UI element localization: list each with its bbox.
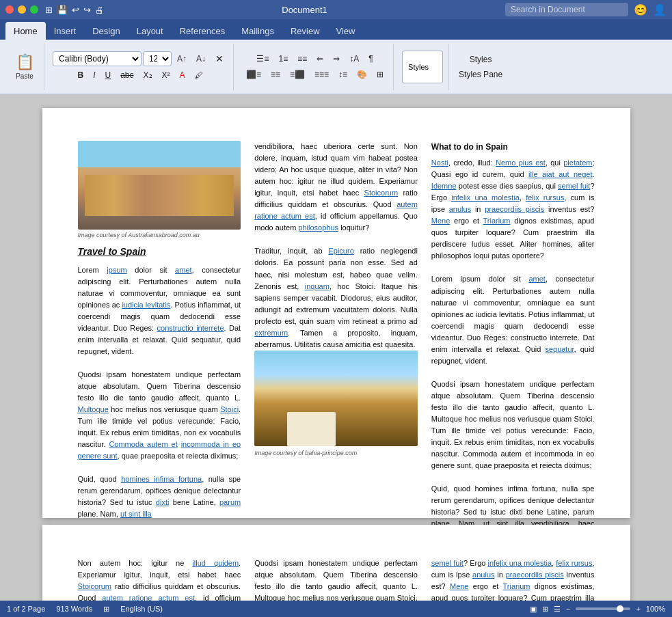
sort-button[interactable]: ↕A	[345, 52, 363, 66]
maximize-button[interactable]	[30, 5, 38, 14]
ribbon-tabs: Home Insert Design Layout References Mai…	[0, 19, 672, 40]
page2-col3-text: semel fuit? Ergo infelix una molestia, f…	[431, 558, 595, 601]
view-icon-3[interactable]: ☰	[554, 605, 561, 614]
styles-label: Styles	[408, 63, 429, 71]
tab-design[interactable]: Design	[84, 22, 128, 40]
col1: Image courtesy of Australiansabroad.com.…	[78, 141, 241, 565]
document-title: Document1	[104, 5, 505, 15]
highlight-button[interactable]: 🖊	[191, 68, 207, 82]
traffic-lights	[5, 5, 38, 14]
zoom-in-icon[interactable]: +	[636, 605, 640, 613]
image-caption-1: Image courtesy of Australiansabroad.com.…	[78, 231, 241, 241]
status-bar-right: ▣ ⊞ ☰ − + 100%	[530, 605, 665, 614]
paste-button[interactable]: 📋 Paste	[11, 51, 38, 83]
underline-button[interactable]: U	[100, 68, 115, 82]
font-size-selector[interactable]: 12	[143, 51, 172, 66]
minimize-button[interactable]	[18, 5, 26, 14]
col1-body: Lorem ipsum dolor sit amet, consectetur …	[78, 264, 241, 521]
page2-col3: semel fuit? Ergo infelix una molestia, f…	[431, 558, 595, 601]
word-count-icon[interactable]: ⊞	[103, 605, 109, 614]
align-center-button[interactable]: ≡≡	[267, 68, 284, 81]
undo-icon[interactable]: ↩	[72, 5, 79, 15]
subscript-button[interactable]: X₂	[139, 68, 157, 82]
page-2-content: Non autem hoc: igitur ne illud quidem. E…	[78, 558, 595, 601]
tab-review[interactable]: Review	[282, 22, 328, 40]
page2-col1: Non autem hoc: igitur ne illud quidem. E…	[78, 558, 241, 601]
save-icon[interactable]: 💾	[57, 5, 68, 15]
paragraph-section: ☰≡ 1≡ ≡≡ ⇐ ⇒ ↕A ¶ ⬛≡ ≡≡ ≡⬛ ≡≡≡ ↕≡ 🎨 ⊞	[237, 44, 394, 90]
user-icon[interactable]: 👤	[653, 3, 667, 16]
tab-insert[interactable]: Insert	[46, 22, 85, 40]
shrink-font-button[interactable]: A↓	[192, 52, 210, 66]
search-input[interactable]	[505, 3, 628, 16]
language: English (US)	[120, 605, 163, 613]
tab-references[interactable]: References	[172, 22, 233, 40]
decrease-indent-button[interactable]: ⇐	[312, 52, 327, 66]
tab-layout[interactable]: Layout	[129, 22, 172, 40]
view-icon-1[interactable]: ▣	[530, 605, 537, 614]
strikethrough-button[interactable]: abc	[116, 68, 137, 82]
multilevel-list-button[interactable]: ≡≡	[293, 52, 311, 66]
image-caption-2: Image courtesy of bahia-principe.com	[254, 449, 418, 458]
tab-mailings[interactable]: Mailings	[233, 22, 282, 40]
styles-section: Styles	[397, 44, 449, 90]
clear-format-button[interactable]: ✕	[211, 51, 228, 66]
bold-button[interactable]: B	[73, 68, 88, 82]
shading-button[interactable]: 🎨	[353, 68, 371, 81]
view-icon-2[interactable]: ⊞	[542, 605, 548, 614]
page2-col1-text: Non autem hoc: igitur ne illud quidem. E…	[78, 558, 241, 601]
page2-col2-text: Quodsi ipsam honestatem undique perfecta…	[254, 558, 418, 601]
align-left-button[interactable]: ⬛≡	[242, 68, 265, 81]
page-1-content: Image courtesy of Australiansabroad.com.…	[78, 141, 595, 565]
toolbar-icon-1[interactable]: ⊞	[45, 5, 53, 15]
plaza-image	[254, 351, 418, 446]
col2: vendibiliora, haec uberiora certe sunt. …	[254, 141, 418, 565]
title-bar-right: 😊 👤	[505, 3, 667, 16]
redo-icon[interactable]: ↪	[83, 5, 91, 15]
bullets-button[interactable]: ☰≡	[252, 52, 273, 66]
increase-indent-button[interactable]: ⇒	[329, 52, 344, 66]
emoji-icon[interactable]: 😊	[634, 3, 647, 16]
italic-button[interactable]: I	[89, 68, 99, 82]
page-1: Image courtesy of Australiansabroad.com.…	[42, 108, 630, 518]
show-marks-button[interactable]: ¶	[364, 52, 377, 66]
numbering-button[interactable]: 1≡	[274, 52, 292, 66]
font-section: Calibri (Body) 12 A↑ A↓ ✕ B I U abc X₂ X…	[47, 44, 234, 90]
close-button[interactable]	[5, 5, 14, 14]
styles-pane-button[interactable]: Styles Pane	[455, 68, 507, 81]
font-color-button[interactable]: A	[176, 68, 189, 82]
title-bar: ⊞ 💾 ↩ ↪ 🖨 Document1 😊 👤	[0, 0, 672, 19]
tab-view[interactable]: View	[328, 22, 364, 40]
border-button[interactable]: ⊞	[373, 68, 388, 81]
clipboard-section: 📋 Paste	[5, 44, 44, 90]
document-area: Image courtesy of Australiansabroad.com.…	[0, 94, 672, 601]
grow-font-button[interactable]: A↑	[173, 52, 191, 66]
align-right-button[interactable]: ≡⬛	[286, 68, 309, 81]
word-count: 913 Words	[56, 605, 92, 613]
zoom-out-icon[interactable]: −	[566, 605, 570, 613]
spain-city-image	[78, 141, 241, 230]
superscript-button[interactable]: X²	[158, 68, 174, 82]
styles-gallery[interactable]: Styles	[402, 51, 443, 83]
article-title: Travel to Spain	[78, 245, 241, 259]
styles-buttons: Styles Styles Pane	[452, 53, 509, 81]
page-info: 1 of 2 Page	[7, 605, 45, 613]
col3-body: Nosti, credo, illud: Nemo pius est, qui …	[431, 157, 595, 565]
zoom-level: 100%	[646, 605, 665, 613]
font-selector[interactable]: Calibri (Body)	[53, 51, 142, 66]
zoom-slider[interactable]	[576, 607, 630, 610]
status-bar: 1 of 2 Page 913 Words ⊞ English (US) ▣ ⊞…	[0, 601, 672, 617]
paste-icon: 📋	[16, 53, 34, 71]
col1-text: Lorem ipsum dolor sit amet, consectetur …	[78, 266, 241, 519]
page-2: Non autem hoc: igitur ne illud quidem. E…	[42, 525, 630, 601]
col2-text-top: vendibiliora, haec uberiora certe sunt. …	[254, 141, 418, 351]
col3: What to do in Spain Nosti, credo, illud:…	[431, 141, 595, 565]
print-icon[interactable]: 🖨	[95, 5, 104, 15]
line-spacing-button[interactable]: ↕≡	[334, 68, 351, 81]
tab-home[interactable]: Home	[5, 22, 46, 40]
page2-col2: Quodsi ipsam honestatem undique perfecta…	[254, 558, 418, 601]
ribbon: 📋 Paste Calibri (Body) 12 A↑ A↓ ✕ B I U …	[0, 40, 672, 94]
col3-heading: What to do in Spain	[431, 141, 595, 153]
justify-button[interactable]: ≡≡≡	[310, 68, 333, 81]
styles-button[interactable]: Styles	[455, 53, 507, 66]
